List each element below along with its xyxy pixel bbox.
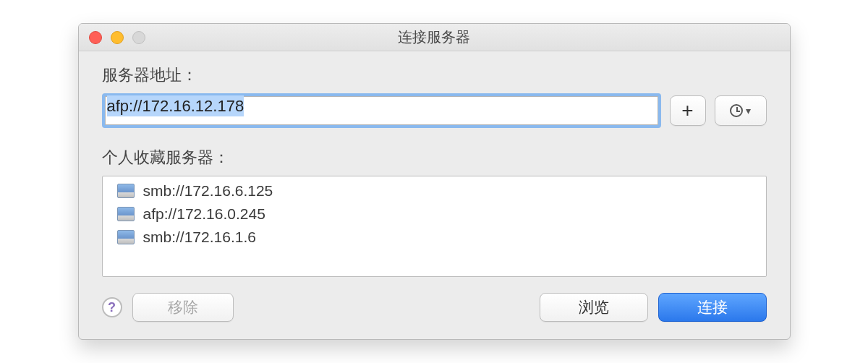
add-favorite-button[interactable]: + (670, 95, 706, 126)
window-controls (89, 31, 145, 44)
titlebar[interactable]: 连接服务器 (79, 24, 790, 51)
server-address-input[interactable]: afp://172.16.12.178 (105, 96, 658, 125)
remove-button[interactable]: 移除 (132, 293, 234, 322)
favorite-url: smb://172.16.1.6 (143, 229, 256, 246)
help-button[interactable]: ? (102, 297, 122, 317)
panel: 服务器地址： afp://172.16.12.178 + ▾ 个人收藏服务器： … (79, 51, 790, 339)
zoom-icon[interactable] (132, 31, 145, 44)
favorites-label: 个人收藏服务器： (102, 147, 767, 168)
list-item[interactable]: afp://172.16.0.245 (103, 202, 766, 226)
clock-icon (730, 104, 743, 117)
recent-servers-button[interactable]: ▾ (715, 95, 767, 126)
favorite-url: afp://172.16.0.245 (143, 205, 265, 223)
minimize-icon[interactable] (111, 31, 124, 44)
window-title: 连接服务器 (398, 27, 470, 47)
server-icon (117, 207, 135, 221)
connect-to-server-window: 连接服务器 服务器地址： afp://172.16.12.178 + ▾ 个人收… (78, 23, 791, 340)
close-icon[interactable] (89, 31, 102, 44)
chevron-down-icon: ▾ (746, 105, 751, 116)
server-address-label: 服务器地址： (102, 64, 767, 86)
favorites-list[interactable]: smb://172.16.6.125 afp://172.16.0.245 sm… (102, 176, 767, 277)
connect-button[interactable]: 连接 (658, 293, 767, 322)
server-address-focus-ring: afp://172.16.12.178 (102, 93, 661, 128)
server-icon (117, 184, 135, 198)
server-icon (117, 230, 135, 244)
browse-button[interactable]: 浏览 (540, 293, 648, 322)
list-item[interactable]: smb://172.16.6.125 (103, 179, 766, 202)
favorite-url: smb://172.16.6.125 (143, 182, 273, 200)
list-item[interactable]: smb://172.16.1.6 (103, 226, 766, 249)
server-address-value: afp://172.16.12.178 (107, 95, 244, 116)
